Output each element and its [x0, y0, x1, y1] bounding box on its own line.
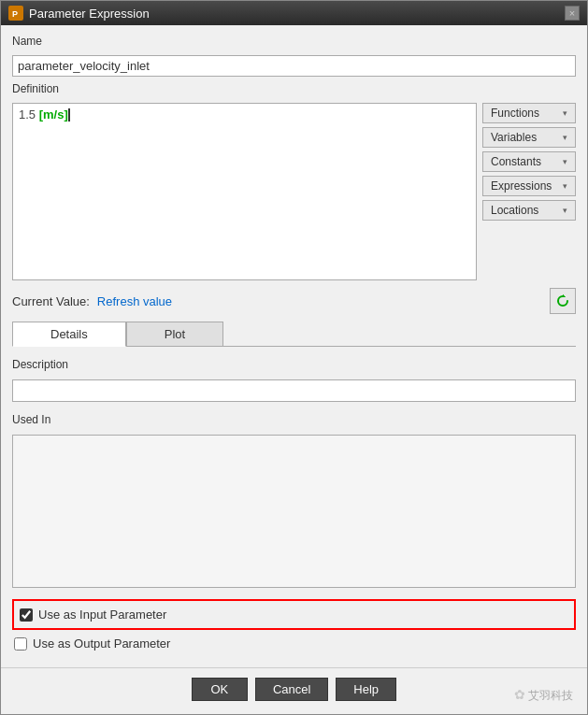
used-in-label: Used In: [12, 413, 576, 426]
functions-arrow: ▾: [563, 108, 567, 118]
description-label: Description: [12, 358, 576, 371]
dialog-title: Parameter Expression: [29, 7, 150, 21]
name-input[interactable]: [12, 55, 576, 77]
title-bar-left: P Parameter Expression: [8, 6, 150, 21]
def-number: 1.5: [19, 107, 39, 122]
dialog-body: Name Definition 1.5 [m/s] Functions ▾ Va…: [1, 25, 587, 667]
input-parameter-row: Use as Input Parameter: [20, 604, 568, 625]
ok-button[interactable]: OK: [192, 678, 248, 701]
def-unit: [m/s]: [39, 107, 68, 122]
variables-arrow: ▾: [563, 133, 567, 142]
output-parameter-checkbox[interactable]: [14, 637, 27, 651]
name-label: Name: [12, 35, 576, 48]
parameter-expression-dialog: P Parameter Expression × Name Definition…: [0, 0, 588, 715]
definition-label: Definition: [12, 82, 576, 95]
title-bar: P Parameter Expression ×: [1, 1, 587, 25]
expressions-button[interactable]: Expressions ▾: [482, 176, 576, 196]
tabs-row: Details Plot: [12, 322, 576, 347]
description-input[interactable]: [12, 379, 576, 402]
current-value-row: Current Value: Refresh value: [12, 288, 576, 314]
current-value-label: Current Value:: [12, 294, 90, 308]
locations-arrow: ▾: [563, 206, 567, 215]
variables-button[interactable]: Variables ▾: [482, 127, 576, 148]
expressions-arrow: ▾: [563, 181, 567, 191]
definition-row: 1.5 [m/s] Functions ▾ Variables ▾ Consta…: [12, 103, 576, 280]
definition-textarea[interactable]: 1.5 [m/s]: [12, 103, 477, 280]
input-parameter-highlight: Use as Input Parameter: [12, 599, 576, 630]
checkboxes-section: Use as Input Parameter Use as Output Par…: [12, 593, 576, 658]
close-button[interactable]: ×: [565, 6, 580, 21]
tab-details[interactable]: Details: [12, 322, 126, 347]
constants-arrow: ▾: [563, 157, 567, 166]
svg-text:P: P: [12, 9, 18, 19]
help-button[interactable]: Help: [336, 678, 396, 701]
bottom-buttons: OK Cancel Help: [1, 667, 587, 714]
tab-plot[interactable]: Plot: [126, 322, 223, 347]
refresh-link[interactable]: Refresh value: [97, 294, 172, 308]
input-parameter-checkbox[interactable]: [20, 608, 33, 622]
output-parameter-row: Use as Output Parameter: [12, 633, 576, 654]
cancel-button[interactable]: Cancel: [255, 678, 328, 701]
constants-button[interactable]: Constants ▾: [482, 151, 576, 172]
input-parameter-label[interactable]: Use as Input Parameter: [38, 608, 166, 622]
refresh-button[interactable]: [550, 288, 576, 314]
app-icon: P: [8, 6, 23, 21]
used-in-box: [12, 435, 576, 588]
functions-button[interactable]: Functions ▾: [482, 103, 576, 123]
locations-button[interactable]: Locations ▾: [482, 200, 576, 221]
sidebar-buttons: Functions ▾ Variables ▾ Constants ▾ Expr…: [482, 103, 576, 221]
cursor: [68, 108, 70, 122]
watermark: ✿ 艾羽科技: [514, 687, 573, 704]
output-parameter-label[interactable]: Use as Output Parameter: [33, 636, 170, 651]
